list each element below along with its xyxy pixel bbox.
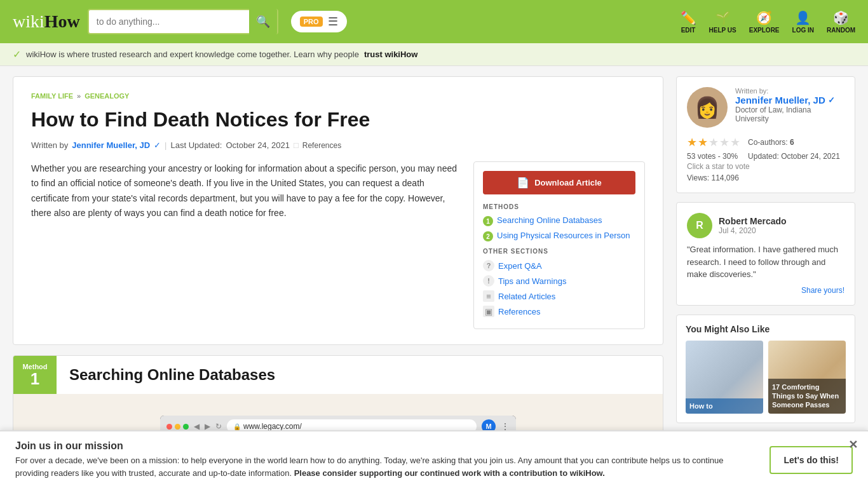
main-nav: ✏️ EDIT 🌱 HELP US 🧭 EXPLORE 👤 LOG IN 🎲 R…	[681, 10, 855, 34]
browser-dot-yellow	[175, 424, 180, 430]
trust-link[interactable]: trust wikiHow	[364, 50, 418, 59]
other-sections-label: OTHER SECTIONS	[483, 248, 635, 255]
method-item-2[interactable]: 2 Using Physical Resources in Person	[483, 231, 635, 241]
search-button[interactable]: 🔍	[249, 9, 277, 34]
method1-title: Searching Online Databases	[57, 356, 288, 394]
views-info: Views: 114,096	[687, 173, 844, 182]
notification-close-button[interactable]: ✕	[848, 438, 858, 452]
nav-item-login[interactable]: 👤 LOG IN	[792, 10, 814, 34]
article-card: FAMILY LIFE » GENEALOGY How to Find Deat…	[13, 76, 663, 345]
logo[interactable]: wikiHow	[13, 11, 80, 32]
search-icon: 🔍	[256, 15, 270, 29]
search-bar: 🔍	[88, 9, 278, 34]
meta-separator: |	[165, 140, 166, 150]
lock-icon: 🔒	[233, 423, 241, 430]
method-number: 1	[31, 370, 39, 387]
nav-item-edit[interactable]: ✏️ EDIT	[681, 10, 696, 34]
you-might-like-card: You Might Also Like How to 17 Comforting…	[676, 315, 855, 423]
pro-label: PRO	[300, 17, 323, 27]
download-article-button[interactable]: 📄 Download Article	[483, 171, 635, 194]
reviewer-avatar: R	[687, 213, 712, 238]
sidebar: 👩 Written by: Jennifer Mueller, JD ✓ Doc…	[676, 76, 855, 455]
verified-badge-icon: ✓	[828, 95, 835, 105]
author-link[interactable]: Jennifer Mueller, JD	[72, 140, 150, 150]
nav-item-random[interactable]: 🎲 RANDOM	[827, 10, 855, 34]
notification-cta-button[interactable]: Let's do this!	[770, 446, 853, 474]
votes-info: 53 votes - 30%	[687, 152, 738, 161]
nav-label-edit: EDIT	[681, 27, 696, 34]
nav-label-explore: EXPLORE	[749, 27, 780, 34]
notification-body: For over a decade, we've been on a missi…	[15, 454, 757, 479]
method-item-1[interactable]: 1 Searching Online Databases	[483, 215, 635, 226]
click-star-text[interactable]: Click a star to vote	[687, 162, 844, 171]
article-body: Whether you are researching your ancestr…	[31, 161, 645, 329]
logo-how: How	[44, 11, 80, 32]
written-by-label: Written by	[31, 140, 68, 150]
references-link[interactable]: References	[302, 141, 341, 150]
related-article-2[interactable]: 17 Comforting Things to Say When Someone…	[768, 341, 846, 414]
related-icon: ≡	[483, 290, 494, 302]
star-2[interactable]: ★	[698, 135, 708, 149]
breadcrumb-cat2[interactable]: GENEALOGY	[85, 92, 129, 100]
pdf-icon: 📄	[517, 177, 529, 189]
article-title: How to Find Death Notices for Free	[31, 107, 645, 132]
nav-item-explore[interactable]: 🧭 EXPLORE	[749, 10, 780, 34]
download-label: Download Article	[534, 178, 602, 187]
hamburger-icon: ☰	[328, 15, 338, 29]
article-meta: Written by Jennifer Mueller, JD ✓ | Last…	[31, 140, 645, 150]
breadcrumb-cat1[interactable]: FAMILY LIFE	[31, 92, 73, 100]
section-link-related[interactable]: Related Articles	[498, 292, 555, 301]
section-item-related[interactable]: ≡ Related Articles	[483, 290, 635, 302]
author-card: 👩 Written by: Jennifer Mueller, JD ✓ Doc…	[676, 76, 855, 193]
related-card1-overlay: How to	[686, 398, 763, 414]
section-item-qa[interactable]: ? Expert Q&A	[483, 260, 635, 271]
method1-badge: Method 1	[13, 356, 57, 394]
rating-section: ★ ★ ★ ★ ★ Co-authors: 6 53 votes - 30%	[687, 135, 844, 182]
explore-icon: 🧭	[756, 10, 772, 25]
nav-label-help: HELP US	[709, 27, 736, 34]
trust-bar: ✓ wikiHow is where trusted research and …	[0, 43, 868, 66]
verified-checkmark-icon: ✓	[154, 140, 161, 150]
review-text: "Great information. I have gathered much…	[687, 243, 844, 281]
notification-bar: Join us in our mission For over a decade…	[0, 430, 868, 488]
meta-separator2: □	[294, 140, 299, 150]
browser-dot-green	[183, 424, 189, 430]
search-input[interactable]	[89, 11, 249, 32]
nav-label-login: LOG IN	[792, 27, 814, 34]
related-article-1[interactable]: How to	[686, 341, 763, 414]
method-num-2: 2	[483, 231, 493, 241]
pro-badge[interactable]: PRO ☰	[291, 11, 347, 32]
sidebar-author-name: Jennifer Mueller, JD ✓	[735, 95, 844, 105]
method-link-1[interactable]: Searching Online Databases	[497, 215, 602, 226]
notification-title: Join us in our mission	[15, 440, 757, 452]
edit-icon: ✏️	[681, 10, 696, 25]
nav-label-random: RANDOM	[827, 27, 855, 34]
last-updated-label: Last Updated:	[171, 140, 222, 150]
section-link-qa[interactable]: Expert Q&A	[498, 261, 542, 271]
share-yours-link[interactable]: Share yours!	[687, 286, 844, 295]
help-icon: 🌱	[715, 10, 731, 25]
login-icon: 👤	[795, 10, 811, 25]
star-1[interactable]: ★	[687, 135, 697, 149]
star-4[interactable]: ★	[719, 135, 729, 149]
method-link-2[interactable]: Using Physical Resources in Person	[497, 231, 630, 241]
nav-item-help[interactable]: 🌱 HELP US	[709, 10, 736, 34]
random-icon: 🎲	[833, 10, 849, 25]
section-item-tips[interactable]: ! Tips and Warnings	[483, 275, 635, 287]
star-3[interactable]: ★	[709, 135, 719, 149]
related-card2-overlay: 17 Comforting Things to Say When Someone…	[768, 379, 846, 414]
notification-text-area: Join us in our mission For over a decade…	[15, 440, 757, 479]
author-avatar: 👩	[687, 87, 728, 128]
breadcrumb: FAMILY LIFE » GENEALOGY	[31, 92, 645, 100]
tips-icon: !	[483, 275, 494, 287]
updated-info: Updated: October 24, 2021	[748, 152, 840, 161]
qa-icon: ?	[483, 260, 494, 271]
section-link-tips[interactable]: Tips and Warnings	[498, 276, 566, 286]
section-item-references[interactable]: ▣ References	[483, 306, 635, 317]
reviewer-name: Robert Mercado	[719, 216, 787, 226]
trust-text-before: wikiHow is where trusted research and ex…	[26, 50, 359, 59]
section-link-references[interactable]: References	[498, 307, 540, 316]
method-num-1: 1	[483, 216, 493, 226]
star-5[interactable]: ★	[730, 135, 740, 149]
logo-wiki: wiki	[13, 11, 44, 32]
